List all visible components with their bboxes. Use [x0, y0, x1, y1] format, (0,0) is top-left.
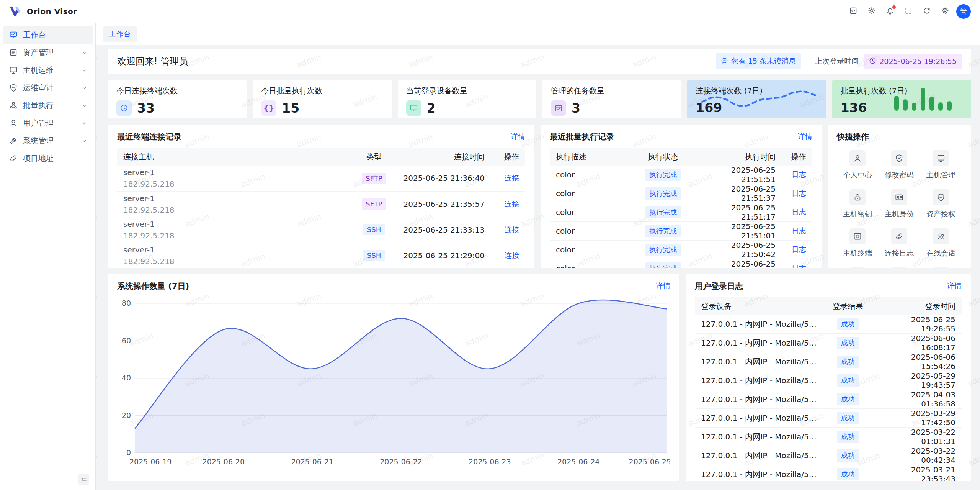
stat-label: 管理的任务数量: [551, 86, 673, 96]
exec-desc: color: [550, 203, 636, 222]
shield-check-icon: [891, 150, 907, 166]
stat-value: 15: [282, 101, 299, 116]
connect-link[interactable]: 连接: [505, 174, 519, 182]
log-link[interactable]: 日志: [792, 189, 806, 197]
sidebar-item-label: 系统管理: [23, 136, 54, 146]
ops-chart-detail-link[interactable]: 详情: [656, 281, 670, 291]
exec-status-badge: 执行完成: [645, 206, 681, 218]
type-badge: SFTP: [362, 198, 386, 210]
sidebar-item-label: 主机运维: [23, 65, 54, 75]
login-log-row: 127.0.0.1 - 内网IP - Mozilla/5.0 (Windows …: [695, 465, 962, 481]
login-log-row: 127.0.0.1 - 内网IP - Mozilla/5.0 (Windows …: [695, 446, 962, 465]
lightning-icon: [891, 267, 907, 268]
col-action: 操作: [491, 148, 525, 166]
exec-desc: color: [550, 222, 636, 241]
quick-action-item[interactable]: 执行日志: [920, 267, 962, 268]
sidebar-item[interactable]: 资产管理: [3, 44, 93, 61]
login-log-row: 127.0.0.1 - 内网IP - Mozilla/5.0 (Windows …: [695, 352, 962, 371]
col-exec-desc: 执行描述: [550, 148, 636, 166]
sidebar-item[interactable]: 主机运维: [3, 61, 93, 79]
svg-text:2025-06-22: 2025-06-22: [380, 457, 422, 466]
col-login-time: 登录时间: [872, 297, 962, 315]
quick-action-label: 主机终端: [843, 248, 872, 258]
settings-button[interactable]: [938, 4, 952, 19]
quick-action-item[interactable]: 主机管理: [920, 150, 962, 180]
login-device: 127.0.0.1 - 内网IP - Mozilla/5.0 (Windows …: [695, 465, 824, 481]
quick-action-item[interactable]: 主机密钥: [837, 189, 879, 219]
login-time: 2025-06-06 16:08:17: [872, 334, 962, 352]
quick-action-item[interactable]: 资产授权: [920, 189, 962, 219]
login-result-badge: 成功: [837, 468, 859, 480]
quick-action-label: 个人中心: [843, 170, 872, 180]
terminal-records-detail-link[interactable]: 详情: [511, 132, 525, 142]
log-link[interactable]: 日志: [792, 226, 806, 235]
sidebar-item[interactable]: 项目地址: [3, 149, 93, 167]
login-log-row: 127.0.0.1 - 内网IP - Mozilla/5.0 (Windows …: [695, 428, 962, 446]
connect-link[interactable]: 连接: [505, 225, 519, 234]
col-exec-time: 执行时间: [690, 148, 782, 166]
stat-label: 今日批量执行次数: [261, 86, 383, 96]
sidebar-item[interactable]: 批量执行: [3, 97, 93, 114]
log-link[interactable]: 日志: [792, 264, 806, 268]
sidebar-menu: 工作台 资产管理 主机运维 运维审计: [0, 26, 95, 167]
exec-desc: color: [550, 166, 636, 184]
sidebar-item[interactable]: 用户管理: [3, 114, 93, 132]
braces-icon: {}: [263, 104, 274, 112]
log-link[interactable]: 日志: [792, 245, 806, 254]
fullscreen-button[interactable]: [901, 4, 916, 19]
svg-text:0: 0: [126, 448, 131, 457]
quick-action-item[interactable]: 在线会话: [920, 228, 962, 258]
notifications-button[interactable]: [883, 4, 897, 19]
quick-actions-card: 快捷操作 个人中心 修改密码: [828, 125, 971, 268]
api-code-button[interactable]: [846, 4, 861, 19]
terminal-record-row: server-1 182.92.5.218 SFTP 2025-06-25 21…: [117, 166, 525, 191]
quick-action-item[interactable]: 修改密码: [879, 150, 920, 180]
login-device: 127.0.0.1 - 内网IP - Mozilla/5.0 (Windows …: [695, 428, 824, 446]
quick-action-item[interactable]: 主机身份: [879, 189, 920, 219]
sidebar-item-label: 项目地址: [23, 153, 54, 164]
terminal-records-title: 最近终端连接记录: [117, 131, 181, 142]
exec-bar: [921, 88, 925, 111]
svg-text:60: 60: [122, 336, 131, 345]
sidebar-collapse-button[interactable]: [78, 474, 89, 485]
orion-visor-logo: [9, 5, 22, 18]
connect-time: 2025-06-25 21:33:13: [395, 217, 491, 243]
sidebar-item[interactable]: 工作台: [3, 26, 93, 44]
stat-value: 2: [427, 101, 436, 116]
col-exec-action: 操作: [782, 148, 812, 166]
batch-record-row: color 执行完成 2025-06-25 21:51:17 日志: [550, 203, 812, 222]
log-link[interactable]: 日志: [792, 208, 806, 216]
unread-messages-badge[interactable]: 您有 15 条未读消息: [716, 53, 801, 69]
log-link[interactable]: 日志: [792, 170, 806, 179]
connect-link[interactable]: 连接: [505, 200, 519, 208]
sidebar-item-label: 工作台: [23, 30, 46, 40]
login-time: 2025-05-29 19:43:57: [872, 371, 962, 390]
breadcrumb-item-workbench[interactable]: 工作台: [103, 26, 137, 42]
stat-label: 当前登录设备数量: [406, 86, 528, 96]
app-title: Orion Visor: [27, 7, 77, 16]
batch-records-detail-link[interactable]: 详情: [798, 132, 812, 142]
quick-action-item[interactable]: 命令执行: [879, 267, 920, 268]
theme-toggle-button[interactable]: [864, 4, 879, 19]
batch-record-row: color 执行完成 2025-06-25 21:50:42 日志: [550, 241, 812, 259]
quick-action-item[interactable]: 主机终端: [837, 228, 879, 258]
quick-action-item[interactable]: 连接日志: [879, 228, 920, 258]
quick-action-item[interactable]: 文件操作日志: [837, 267, 879, 268]
connect-trend-card: 连接终端次数 (7日) 169: [687, 80, 826, 118]
login-logs-detail-link[interactable]: 详情: [947, 281, 962, 291]
sidebar-item[interactable]: 运维审计: [3, 79, 93, 97]
type-badge: SFTP: [362, 173, 386, 184]
user-avatar[interactable]: 管: [956, 4, 971, 19]
exec-time: 2025-06-25 21:51:51: [690, 166, 782, 184]
connect-time: 2025-06-25 21:36:40: [395, 166, 491, 191]
refresh-button[interactable]: [920, 4, 934, 19]
col-login-device: 登录设备: [695, 297, 824, 315]
sidebar-item[interactable]: 系统管理: [3, 132, 93, 149]
quick-action-item[interactable]: 个人中心: [837, 150, 879, 180]
batch-records-title: 最近批量执行记录: [550, 131, 614, 142]
fullscreen-icon: [905, 7, 912, 16]
login-log-row: 127.0.0.1 - 内网IP - Mozilla/5.0 (Windows …: [695, 334, 962, 352]
connect-link[interactable]: 连接: [505, 251, 519, 259]
exec-bar: [929, 97, 934, 111]
monitor-icon: [406, 100, 421, 116]
